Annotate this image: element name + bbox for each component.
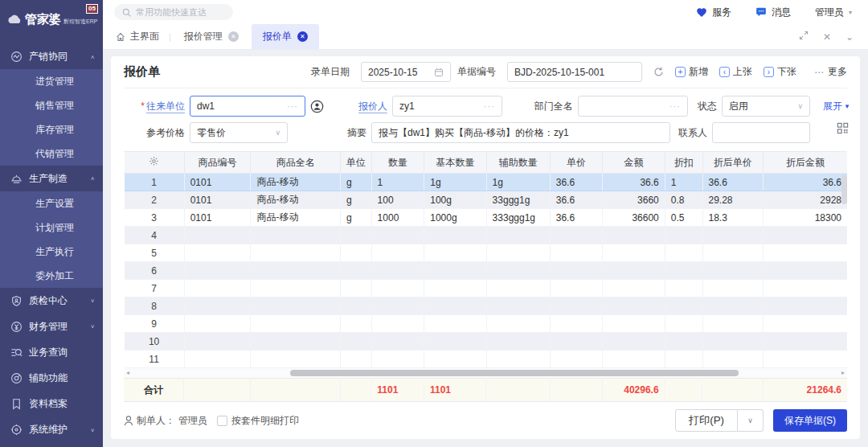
table-cell[interactable] [184, 227, 251, 244]
table-cell[interactable] [665, 280, 702, 297]
save-button[interactable]: 保存单据(S) [773, 409, 847, 432]
more-button[interactable]: ⋯ 更多 [808, 65, 847, 79]
table-row[interactable]: 10 [125, 333, 848, 351]
table-cell[interactable] [184, 280, 251, 297]
table-cell[interactable] [702, 297, 764, 315]
table-cell[interactable] [251, 280, 341, 297]
dept-input[interactable]: ··· [578, 96, 688, 117]
table-cell[interactable] [550, 244, 603, 262]
table-cell[interactable] [424, 227, 486, 244]
column-header[interactable]: 金额 [603, 152, 665, 174]
user-menu[interactable]: 管理员 ▾ [815, 6, 852, 19]
table-cell[interactable] [340, 227, 371, 244]
table-cell[interactable] [251, 297, 341, 315]
table-cell[interactable]: 333ggg1g [486, 209, 550, 227]
table-cell[interactable] [486, 262, 550, 280]
vertical-scrollbar[interactable] [841, 175, 847, 204]
row-number[interactable]: 5 [125, 244, 185, 262]
table-cell[interactable] [550, 280, 603, 297]
table-cell[interactable] [340, 280, 371, 297]
table-cell[interactable]: 36.6 [764, 174, 847, 191]
next-record-button[interactable]: › 下张 [764, 65, 796, 79]
table-cell[interactable]: 1 [665, 174, 702, 191]
table-cell[interactable] [424, 333, 486, 351]
service-button[interactable]: 服务 [696, 6, 731, 19]
table-cell[interactable] [371, 297, 424, 315]
table-cell[interactable] [702, 244, 764, 262]
sidebar-subitem[interactable]: 销售管理 [0, 93, 103, 117]
table-cell[interactable] [665, 297, 702, 315]
scroll-right-icon[interactable]: ▸ [841, 369, 845, 376]
table-cell[interactable]: 0101 [184, 174, 251, 191]
table-cell[interactable]: 0.8 [665, 191, 702, 209]
lookup-ellipsis-icon[interactable]: ··· [282, 101, 298, 111]
table-cell[interactable] [550, 262, 603, 280]
sidebar-item-3[interactable]: 财务管理∨ [0, 314, 103, 339]
table-cell[interactable]: 0101 [184, 209, 251, 227]
tab-home[interactable]: 主界面 [116, 30, 159, 43]
close-tab-icon[interactable]: ✕ [297, 31, 308, 42]
expand-toggle[interactable]: 展开▼ [823, 100, 850, 113]
sidebar-item-6[interactable]: 资料档案 [0, 391, 103, 416]
table-cell[interactable] [251, 351, 341, 368]
doc-no-input[interactable]: BJD-2025-10-15-001 [507, 62, 642, 82]
column-header[interactable]: 商品全名 [251, 152, 341, 174]
checkbox-label[interactable]: 按套件明细打印 [231, 414, 299, 428]
table-cell[interactable] [702, 262, 764, 280]
row-number[interactable]: 10 [125, 333, 185, 351]
table-cell[interactable] [550, 315, 603, 333]
table-cell[interactable] [702, 227, 764, 244]
record-date-input[interactable]: 2025-10-15 [361, 62, 451, 82]
print-options-dropdown[interactable]: ∨ [738, 409, 764, 432]
table-row[interactable]: 9 [125, 315, 848, 333]
app-logo[interactable]: 管家婆 辉煌智造ERP 05 [0, 0, 103, 39]
table-cell[interactable] [665, 227, 702, 244]
table-cell[interactable] [764, 227, 847, 244]
sidebar-subitem[interactable]: 生产执行 [0, 240, 103, 264]
table-cell[interactable]: 36.6 [550, 209, 603, 227]
table-cell[interactable] [340, 262, 371, 280]
column-header[interactable]: 折扣 [665, 152, 702, 174]
lookup-ellipsis-icon[interactable]: ··· [479, 101, 495, 111]
table-cell[interactable] [371, 227, 424, 244]
table-cell[interactable] [764, 315, 847, 333]
table-cell[interactable]: 36.6 [550, 174, 603, 191]
table-cell[interactable] [251, 315, 341, 333]
sidebar-subitem[interactable]: 代销管理 [0, 141, 103, 166]
sidebar-subitem[interactable]: 计划管理 [0, 215, 103, 240]
lookup-ellipsis-icon[interactable]: ··· [665, 101, 681, 111]
tab-quote-management[interactable]: 报价管理 ✕ [181, 24, 242, 50]
expand-view-icon[interactable] [799, 31, 809, 43]
table-cell[interactable] [371, 244, 424, 262]
sidebar-item-0[interactable]: 产销协同∧ [0, 43, 103, 69]
table-cell[interactable] [371, 333, 424, 351]
close-tab-icon[interactable]: ✕ [228, 31, 239, 42]
table-cell[interactable]: 36.6 [603, 174, 665, 191]
print-detail-checkbox[interactable] [217, 416, 227, 426]
table-cell[interactable] [340, 333, 371, 351]
status-select[interactable]: 启用 ∨ [722, 96, 810, 117]
table-cell[interactable] [340, 244, 371, 262]
table-cell[interactable] [764, 280, 847, 297]
table-cell[interactable] [371, 315, 424, 333]
table-cell[interactable] [603, 315, 665, 333]
table-cell[interactable]: g [340, 191, 371, 209]
table-cell[interactable] [371, 262, 424, 280]
table-cell[interactable]: 18.3 [702, 209, 764, 227]
table-cell[interactable] [665, 315, 702, 333]
table-cell[interactable] [424, 262, 486, 280]
table-cell[interactable] [603, 297, 665, 315]
table-cell[interactable] [665, 333, 702, 351]
table-row[interactable]: 11 [125, 351, 848, 368]
table-cell[interactable]: 36.6 [550, 191, 603, 209]
table-cell[interactable] [486, 280, 550, 297]
table-cell[interactable] [340, 315, 371, 333]
horizontal-scrollbar[interactable]: ◂ ▸ [124, 368, 847, 378]
table-cell[interactable] [603, 244, 665, 262]
table-cell[interactable] [665, 244, 702, 262]
row-number[interactable]: 9 [125, 315, 185, 333]
sidebar-subitem[interactable]: 生产设置 [0, 191, 103, 215]
table-cell[interactable] [665, 262, 702, 280]
scroll-left-icon[interactable]: ◂ [126, 369, 129, 376]
scrollbar-thumb[interactable] [290, 370, 739, 376]
